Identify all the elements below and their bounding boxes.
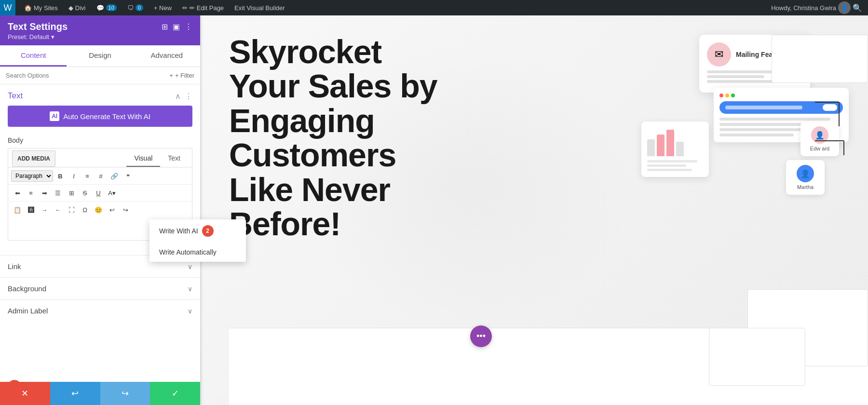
editor-tab-text[interactable]: Text bbox=[160, 150, 188, 167]
panel-header-controls: ⊞ ▣ ⋮ bbox=[162, 22, 192, 31]
ordered-list-button[interactable]: # bbox=[95, 170, 107, 182]
chart-bars bbox=[647, 127, 703, 156]
edit-page-label: ✏ Edit Page bbox=[190, 4, 224, 12]
bottom-action-bar: ✕ ↩ ↪ ✓ bbox=[0, 382, 200, 405]
panel-tabs: Content Design Advanced bbox=[0, 45, 200, 67]
bold-button[interactable]: B bbox=[54, 170, 67, 182]
user-avatar[interactable]: 👤 bbox=[838, 1, 851, 14]
justify-button[interactable]: ☰ bbox=[52, 187, 64, 199]
bar-3 bbox=[666, 130, 674, 156]
nav-edit-page[interactable]: ✏ ✏ Edit Page bbox=[177, 0, 229, 15]
save-button[interactable]: ✓ bbox=[150, 382, 200, 405]
blockquote-button[interactable]: ❝ bbox=[122, 170, 134, 182]
panel-icon-more[interactable]: ⋮ bbox=[185, 22, 192, 31]
panel-icon-expand[interactable]: ▣ bbox=[173, 22, 180, 31]
link-section-header[interactable]: Link ∨ bbox=[8, 262, 192, 270]
nav-divi[interactable]: ◆ Divi bbox=[64, 0, 91, 15]
outdent-button[interactable]: ← bbox=[52, 203, 64, 216]
user-greeting: Howdy, Christina Gwira bbox=[771, 4, 836, 12]
more-icon[interactable]: ⋮ bbox=[185, 92, 192, 101]
special-char-button[interactable]: Ω bbox=[79, 203, 91, 216]
paragraph-select[interactable]: Paragraph bbox=[11, 170, 53, 182]
format-row-3: 📋 🅰 → ← ⛶ Ω 😊 ↩ ↪ bbox=[8, 201, 192, 218]
text-color-button[interactable]: A▾ bbox=[106, 187, 118, 199]
admin-label-section-header[interactable]: Admin Label ∨ bbox=[8, 307, 192, 315]
right-deco-card-1 bbox=[772, 35, 868, 83]
tab-advanced[interactable]: Advanced bbox=[134, 45, 200, 67]
chart-card bbox=[641, 122, 709, 177]
tab-design[interactable]: Design bbox=[67, 45, 133, 67]
text-section-title: Text bbox=[8, 91, 23, 101]
tab-content[interactable]: Content bbox=[0, 45, 67, 67]
nav-exit-builder[interactable]: Exit Visual Builder bbox=[230, 0, 290, 15]
bar-1 bbox=[647, 139, 655, 156]
editor-tab-visual[interactable]: Visual bbox=[126, 150, 160, 167]
nav-user-area: Howdy, Christina Gwira 👤 🔍 bbox=[765, 1, 868, 14]
redo-button[interactable]: ↪ bbox=[100, 382, 150, 405]
redo-editor-button[interactable]: ↪ bbox=[119, 203, 132, 216]
hero-section: Skyrocket Your Sales by Engaging Custome… bbox=[229, 35, 441, 241]
mail-avatar-icon: ✉ bbox=[707, 42, 731, 67]
top-nav-bar: W 🏠 My Sites ◆ Divi 💬 10 🗨 0 + New ✏ ✏ E… bbox=[0, 0, 868, 15]
cancel-button[interactable]: ✕ bbox=[0, 382, 50, 405]
wordpress-logo-icon[interactable]: W bbox=[0, 0, 15, 15]
write-automatically-item[interactable]: Write Automatically bbox=[149, 243, 246, 262]
chart-lines bbox=[647, 160, 703, 171]
align-center-button[interactable]: ≡ bbox=[25, 187, 37, 199]
link-section-title: Link bbox=[8, 262, 21, 270]
panel-title: Text Settings bbox=[8, 21, 68, 32]
strikethrough-button[interactable]: S bbox=[79, 187, 91, 199]
paste-plain-button[interactable]: 📋 bbox=[11, 203, 24, 216]
ai-generate-button[interactable]: AI Auto Generate Text With AI bbox=[8, 106, 192, 127]
write-with-ai-label: Write With AI bbox=[159, 227, 198, 235]
panel-icon-screenshot[interactable]: ⊞ bbox=[162, 22, 168, 31]
nav-comments[interactable]: 💬 10 bbox=[92, 0, 122, 15]
clear-format-button[interactable]: 🅰 bbox=[25, 203, 37, 216]
align-left-button[interactable]: ⬅ bbox=[11, 187, 24, 199]
divi-label: Divi bbox=[75, 4, 86, 12]
undo-editor-button[interactable]: ↩ bbox=[106, 203, 118, 216]
italic-button[interactable]: I bbox=[68, 170, 80, 182]
unordered-list-button[interactable]: ≡ bbox=[81, 170, 94, 182]
purple-dots-button[interactable]: ••• bbox=[470, 325, 492, 347]
panel-preset[interactable]: Preset: Default ▾ bbox=[8, 33, 68, 40]
text-section-controls: ∧ ⋮ bbox=[175, 92, 192, 101]
indent-button[interactable]: → bbox=[38, 203, 51, 216]
filter-button[interactable]: + + Filter bbox=[169, 72, 194, 79]
emoji-button[interactable]: 😊 bbox=[92, 203, 105, 216]
bubble-icon: 🗨 bbox=[127, 4, 134, 12]
nav-new[interactable]: + New bbox=[149, 0, 176, 15]
bar-2 bbox=[657, 135, 665, 156]
right-deco-card-3 bbox=[709, 328, 805, 386]
my-sites-label: My Sites bbox=[34, 4, 58, 12]
background-section-header[interactable]: Background ∨ bbox=[8, 284, 192, 293]
search-input[interactable] bbox=[6, 72, 165, 79]
search-icon[interactable]: 🔍 bbox=[853, 3, 862, 13]
exit-builder-label: Exit Visual Builder bbox=[234, 4, 285, 12]
format-row-2: ⬅ ≡ ➡ ☰ ⊞ S U A▾ bbox=[8, 184, 192, 201]
c-line-2 bbox=[647, 164, 686, 167]
filter-label: + Filter bbox=[175, 72, 194, 79]
link-expand-icon: ∨ bbox=[188, 263, 192, 270]
save-icon: ✓ bbox=[172, 388, 179, 399]
collapse-icon[interactable]: ∧ bbox=[175, 92, 181, 101]
nav-bubbles[interactable]: 🗨 0 bbox=[122, 0, 148, 15]
undo-button[interactable]: ↩ bbox=[50, 382, 100, 405]
divi-icon: ◆ bbox=[68, 4, 73, 12]
text-section-header: Text ∧ ⋮ bbox=[0, 84, 200, 106]
underline-button[interactable]: U bbox=[92, 187, 105, 199]
filter-icon: + bbox=[169, 72, 173, 79]
add-media-button[interactable]: ADD MEDIA bbox=[12, 150, 55, 167]
nav-my-sites[interactable]: 🏠 My Sites bbox=[19, 0, 63, 15]
comments-icon: 💬 bbox=[96, 4, 104, 12]
write-with-ai-item[interactable]: Write With AI 2 bbox=[149, 219, 246, 243]
edit-icon: ✏ bbox=[182, 4, 188, 12]
table-button[interactable]: ⊞ bbox=[65, 187, 78, 199]
link-button[interactable]: 🔗 bbox=[108, 170, 121, 182]
main-content-area: Skyrocket Your Sales by Engaging Custome… bbox=[200, 15, 868, 405]
step-2-indicator: 2 bbox=[202, 225, 214, 237]
comments-count: 10 bbox=[106, 4, 117, 11]
align-right-button[interactable]: ➡ bbox=[38, 187, 51, 199]
panel-header: Text Settings Preset: Default ▾ ⊞ ▣ ⋮ bbox=[0, 15, 200, 45]
fullscreen-button[interactable]: ⛶ bbox=[65, 203, 78, 216]
